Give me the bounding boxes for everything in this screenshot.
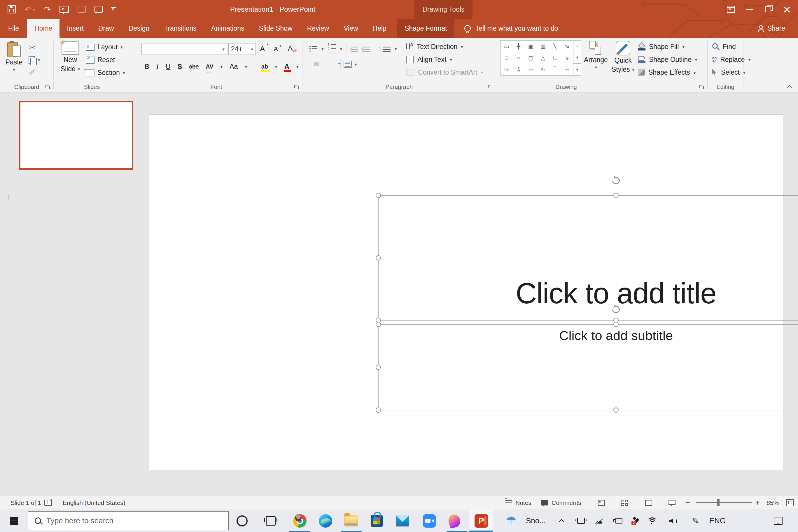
scroll-up-icon[interactable]: ▲	[573, 40, 581, 52]
redo-icon[interactable]	[44, 5, 51, 14]
distribute-button[interactable]	[334, 62, 338, 66]
selection-handle[interactable]	[376, 255, 381, 261]
zoom-level[interactable]: 85%	[766, 496, 779, 509]
find-button[interactable]: Find	[712, 42, 750, 51]
cut-button[interactable]	[29, 43, 36, 52]
restore-button[interactable]	[759, 0, 778, 19]
shape-arrow-line-icon[interactable]	[565, 43, 569, 50]
selection-handle[interactable]	[613, 407, 619, 413]
tray-pen-button[interactable]	[688, 509, 702, 532]
font-color-button[interactable]: A	[284, 62, 289, 71]
shape-rounded-rectangle-icon[interactable]	[528, 55, 533, 61]
shape-rectangle-icon[interactable]	[505, 55, 508, 61]
arrange-button[interactable]: Arrange	[584, 41, 608, 70]
comments-button[interactable]: Comments	[541, 496, 581, 509]
shape-down-arrow-icon[interactable]	[516, 66, 521, 73]
ribbon-display-options-button[interactable]	[722, 0, 740, 19]
tab-home[interactable]: Home	[27, 19, 59, 38]
slide-sorter-view-button[interactable]	[621, 496, 628, 509]
shape-text-rect-icon[interactable]	[528, 43, 533, 50]
taskbar-app-zoom[interactable]	[421, 509, 437, 532]
paste-button[interactable]: Paste	[3, 41, 25, 72]
show-comments-icon[interactable]	[78, 6, 86, 13]
tray-onedrive-button[interactable]	[591, 509, 606, 532]
tell-me-box[interactable]: Tell me what you want to do	[464, 19, 558, 38]
text-shadow-button[interactable]: S	[178, 63, 182, 71]
tab-transitions[interactable]: Transitions	[157, 19, 204, 38]
zoom-slider-thumb[interactable]	[717, 499, 720, 506]
tab-insert[interactable]: Insert	[59, 19, 91, 38]
fit-slide-button[interactable]	[786, 496, 794, 509]
cortana-button[interactable]	[235, 509, 249, 532]
convert-to-smartart-button[interactable]: Convert to SmartArt	[406, 68, 483, 77]
rotate-handle-icon[interactable]	[611, 304, 621, 315]
tray-app-label[interactable]: Sno...	[522, 509, 549, 532]
select-button[interactable]: Select	[712, 68, 750, 77]
shape-freeform-icon[interactable]	[529, 66, 533, 73]
start-button[interactable]	[7, 509, 21, 532]
italic-button[interactable]: I	[156, 62, 159, 71]
font-size-combobox[interactable]: 24+	[228, 43, 256, 55]
share-button[interactable]: Share	[758, 19, 798, 38]
shape-arc-icon[interactable]	[552, 65, 558, 73]
start-from-beginning-icon[interactable]	[59, 6, 69, 13]
shape-elbow-arrow-icon[interactable]	[565, 55, 569, 61]
tray-updates-button[interactable]: 2	[629, 509, 643, 532]
minimize-button[interactable]	[740, 0, 759, 19]
save-icon[interactable]	[7, 5, 16, 14]
rotate-handle-icon[interactable]	[611, 176, 621, 186]
subtitle-placeholder[interactable]: Click to add subtitle	[378, 324, 798, 411]
drawing-dialog-launcher-icon[interactable]	[699, 85, 704, 89]
grow-font-button[interactable]: A	[260, 44, 265, 53]
format-painter-button[interactable]	[28, 68, 36, 75]
tray-device-button[interactable]	[574, 509, 588, 532]
tab-design[interactable]: Design	[121, 19, 157, 38]
clipboard-dialog-launcher-icon[interactable]	[45, 85, 50, 89]
shape-curve-icon[interactable]	[565, 66, 569, 73]
title-placeholder[interactable]: Click to add title	[378, 195, 798, 321]
section-button[interactable]: Section	[86, 69, 125, 77]
scroll-down-icon[interactable]: ▼	[573, 52, 581, 63]
numbering-icon[interactable]	[328, 43, 336, 55]
tab-review[interactable]: Review	[300, 19, 336, 38]
zoom-in-button[interactable]: +	[755, 496, 760, 509]
taskbar-app-file-explorer[interactable]	[343, 509, 359, 532]
taskbar-app-edge[interactable]	[317, 509, 334, 532]
decrease-indent-icon[interactable]	[350, 46, 358, 52]
undo-button[interactable]	[24, 5, 35, 14]
notes-button[interactable]: Notes	[506, 496, 531, 509]
tray-show-hidden-icons[interactable]	[555, 509, 568, 532]
gallery-more-icon[interactable]: ▼	[573, 63, 581, 75]
highlight-color-button[interactable]: ab	[261, 63, 268, 70]
taskbar-app-paint[interactable]	[446, 509, 462, 532]
shape-oval-icon[interactable]	[517, 55, 520, 61]
tab-animations[interactable]: Animations	[204, 19, 252, 38]
customize-quick-access-icon[interactable]	[111, 7, 116, 12]
shrink-font-button[interactable]: A	[274, 45, 278, 52]
slide-show-button[interactable]	[668, 496, 675, 509]
tab-draw[interactable]: Draw	[91, 19, 121, 38]
shape-line-icon[interactable]	[553, 43, 556, 50]
tab-view[interactable]: View	[336, 19, 365, 38]
new-slide-button[interactable]: New Slide	[57, 41, 83, 73]
paragraph-dialog-launcher-icon[interactable]	[488, 85, 492, 89]
language-indicator[interactable]: ENG	[708, 509, 727, 532]
shape-vertical-text-icon[interactable]	[540, 43, 546, 50]
language-status[interactable]: English (United States)	[63, 496, 126, 509]
taskbar-app-store[interactable]	[369, 509, 385, 532]
layout-button[interactable]: Layout	[86, 43, 123, 51]
task-view-button[interactable]	[263, 509, 279, 532]
selection-handle[interactable]	[376, 365, 381, 370]
shape-plus-icon[interactable]	[517, 43, 520, 50]
copy-button[interactable]	[28, 56, 40, 63]
reading-view-button[interactable]	[645, 496, 652, 509]
shape-outline-button[interactable]: ✎Shape Outline	[638, 55, 697, 64]
tray-umbrella-app[interactable]	[504, 509, 518, 532]
tray-wifi-button[interactable]	[645, 509, 659, 532]
taskbar-search[interactable]: Type here to search	[28, 511, 229, 530]
shape-scribble-icon[interactable]	[540, 66, 545, 73]
font-name-combobox[interactable]	[141, 43, 227, 55]
strikethrough-button[interactable]: abe	[189, 63, 198, 70]
tab-shape-format[interactable]: Shape Format	[397, 19, 454, 38]
tab-file[interactable]: File	[0, 19, 27, 38]
